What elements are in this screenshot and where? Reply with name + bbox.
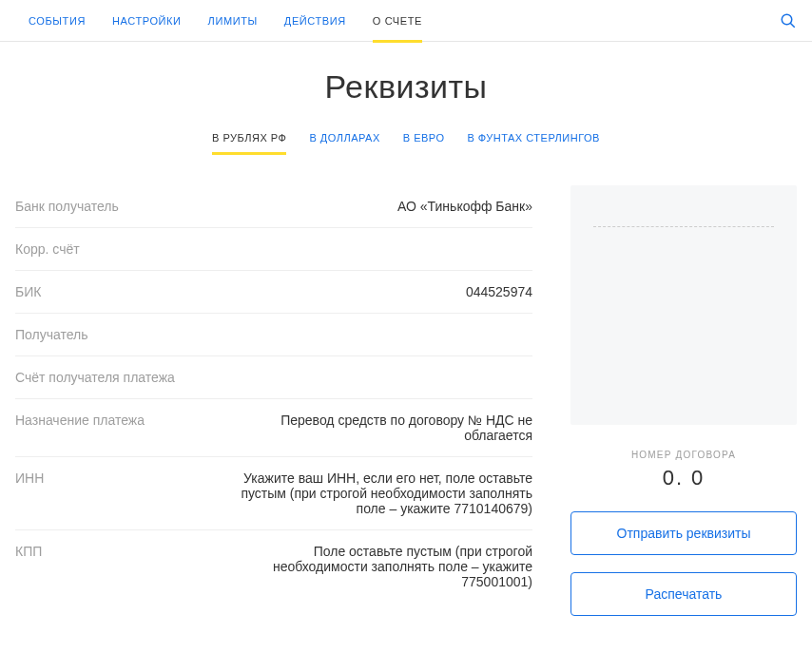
label-bank: Банк получатель: [15, 199, 119, 214]
send-requisites-button[interactable]: Отправить реквизиты: [570, 511, 797, 555]
main-content: Банк получатель АО «Тинькофф Банк» Корр.…: [0, 185, 812, 639]
currency-tabs: В РУБЛЯХ РФ В ДОЛЛАРАХ В ЕВРО В ФУНТАХ С…: [0, 123, 812, 153]
tab-rub[interactable]: В РУБЛЯХ РФ: [201, 123, 298, 153]
label-kpp: КПП: [15, 544, 42, 559]
label-purpose: Назначение платежа: [15, 413, 145, 428]
row-payee-account: Счёт получателя платежа: [15, 356, 532, 399]
row-inn: ИНН Укажите ваш ИНН, если его нет, поле …: [15, 457, 532, 530]
nav-actions[interactable]: ДЕЙСТВИЯ: [271, 0, 359, 42]
label-payee-account: Счёт получателя платежа: [15, 370, 175, 385]
label-recipient: Получатель: [15, 327, 88, 342]
nav-about-account[interactable]: О СЧЕТЕ: [359, 0, 435, 42]
nav-events[interactable]: СОБЫТИЯ: [15, 0, 99, 42]
document-preview: [570, 185, 797, 425]
row-purpose: Назначение платежа Перевод средств по до…: [15, 399, 532, 457]
row-recipient: Получатель: [15, 314, 532, 356]
value-bank: АО «Тинькофф Банк»: [397, 199, 532, 214]
label-bik: БИК: [15, 284, 41, 299]
print-button[interactable]: Распечатать: [570, 572, 797, 616]
row-corr-account: Корр. счёт: [15, 228, 532, 271]
row-kpp: КПП Поле оставьте пустым (при строгой не…: [15, 530, 532, 603]
contract-number-value: 0. 0: [570, 466, 797, 490]
search-icon[interactable]: [780, 12, 797, 29]
svg-line-1: [790, 23, 795, 28]
label-corr-account: Корр. счёт: [15, 241, 80, 257]
value-inn: Укажите ваш ИНН, если его нет, поле оста…: [228, 470, 532, 516]
top-nav: СОБЫТИЯ НАСТРОЙКИ ЛИМИТЫ ДЕЙСТВИЯ О СЧЕТ…: [0, 0, 812, 42]
side-panel: НОМЕР ДОГОВОРА 0. 0 Отправить реквизиты …: [570, 185, 797, 616]
label-inn: ИНН: [15, 470, 44, 486]
tab-usd[interactable]: В ДОЛЛАРАХ: [298, 123, 391, 153]
row-bank: Банк получатель АО «Тинькофф Банк»: [15, 185, 532, 228]
details-list: Банк получатель АО «Тинькофф Банк» Корр.…: [15, 185, 532, 616]
value-purpose: Перевод средств по договору № НДС не обл…: [228, 413, 532, 443]
nav-limits[interactable]: ЛИМИТЫ: [195, 0, 271, 42]
value-bik: 044525974: [466, 284, 532, 299]
page-title: Реквизиты: [0, 68, 812, 106]
preview-dashed-line: [593, 208, 774, 227]
contract-number-label: НОМЕР ДОГОВОРА: [570, 450, 797, 460]
tab-eur[interactable]: В ЕВРО: [392, 123, 456, 153]
svg-point-0: [782, 14, 792, 25]
nav-settings[interactable]: НАСТРОЙКИ: [99, 0, 195, 42]
value-kpp: Поле оставьте пустым (при строгой необхо…: [228, 544, 532, 589]
tab-gbp[interactable]: В ФУНТАХ СТЕРЛИНГОВ: [455, 123, 610, 153]
row-bik: БИК 044525974: [15, 271, 532, 314]
